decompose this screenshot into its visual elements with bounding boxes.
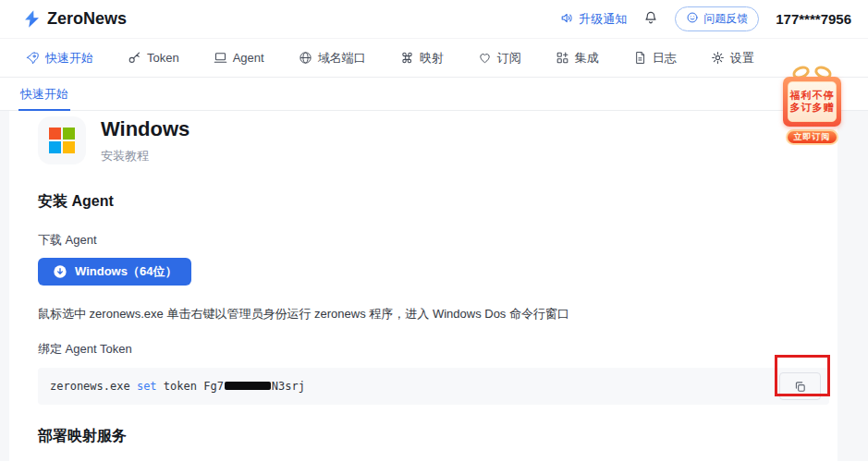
nav-item-integration[interactable]: 集成 bbox=[556, 50, 599, 67]
command-part2: token Fg7 bbox=[157, 380, 224, 393]
content-panel: Windows 安装教程 安装 Agent 下载 Agent Windows（6… bbox=[9, 111, 837, 461]
page-subtitle: 安装教程 bbox=[101, 148, 189, 164]
nav-label: 设置 bbox=[730, 50, 754, 67]
brand-logo[interactable]: ZeroNews bbox=[22, 9, 127, 29]
tab-quickstart[interactable]: 快速开始 bbox=[18, 78, 70, 110]
laptop-icon bbox=[214, 51, 227, 65]
nav-item-logs[interactable]: 日志 bbox=[633, 50, 677, 67]
download-windows-button[interactable]: Windows（64位） bbox=[38, 258, 191, 286]
nav-label: 集成 bbox=[575, 50, 599, 67]
nav-item-domain-port[interactable]: 域名端口 bbox=[299, 50, 366, 67]
bell-icon bbox=[643, 10, 658, 29]
header-actions: 升级通知 问 bbox=[560, 6, 857, 31]
command-keyword: set bbox=[137, 380, 157, 393]
download-circle-icon bbox=[53, 264, 67, 279]
token-redaction-bar bbox=[225, 382, 271, 390]
nav-item-token[interactable]: Token bbox=[128, 51, 179, 65]
key-icon bbox=[128, 51, 141, 65]
globe-icon bbox=[299, 51, 312, 65]
command-suffix: N3srj bbox=[272, 380, 305, 393]
run-instruction-text: 鼠标选中 zeronews.exe 单击右键以管理员身份运行 zeronews … bbox=[38, 306, 829, 322]
promo-gift-badge[interactable]: 福利不停 多订多赠 立即订阅 bbox=[783, 66, 841, 145]
account-phone-number[interactable]: 177****7956 bbox=[776, 11, 857, 27]
nav-item-subscription[interactable]: 订阅 bbox=[478, 50, 521, 67]
nav-label: 订阅 bbox=[497, 50, 521, 67]
main-nav: 快速开始 Token Agent bbox=[0, 39, 868, 78]
nav-item-agent[interactable]: Agent bbox=[214, 51, 264, 65]
tab-label: 快速开始 bbox=[20, 86, 68, 103]
nav-label: Token bbox=[147, 51, 179, 65]
bind-token-label: 绑定 Agent Token bbox=[38, 341, 829, 358]
install-agent-heading: 安装 Agent bbox=[38, 192, 829, 212]
gift-box: 福利不停 多订多赠 bbox=[783, 77, 841, 127]
os-title-block: Windows 安装教程 bbox=[101, 116, 189, 164]
upgrade-notice-label: 升级通知 bbox=[579, 11, 627, 28]
nav-item-mapping[interactable]: 映射 bbox=[400, 50, 444, 67]
speaker-icon bbox=[560, 11, 574, 28]
command-part1: zeronews.exe bbox=[50, 380, 137, 393]
nav-item-settings[interactable]: 设置 bbox=[711, 50, 754, 67]
notifications-button[interactable] bbox=[643, 10, 658, 29]
upgrade-notice-link[interactable]: 升级通知 bbox=[560, 11, 627, 28]
heart-icon bbox=[478, 51, 492, 65]
page-title: Windows bbox=[101, 117, 189, 141]
grid-plus-icon bbox=[556, 51, 569, 65]
page-body: Windows 安装教程 安装 Agent 下载 Agent Windows（6… bbox=[0, 111, 868, 461]
feedback-label: 问题反馈 bbox=[703, 11, 748, 27]
nav-label: 域名端口 bbox=[318, 50, 366, 67]
zeronews-logo-icon bbox=[22, 9, 42, 29]
copy-token-button[interactable] bbox=[779, 372, 821, 400]
os-header: Windows 安装教程 bbox=[38, 116, 829, 164]
tab-bar: 快速开始 bbox=[0, 78, 868, 111]
subscribe-now-button[interactable]: 立即订阅 bbox=[786, 129, 838, 145]
deploy-mapping-heading: 部署映射服务 bbox=[38, 427, 829, 446]
copy-icon bbox=[793, 380, 807, 394]
app-window: ZeroNews 升级通知 bbox=[0, 0, 868, 462]
command-icon bbox=[400, 51, 414, 65]
token-command-text: zeronews.exe set token Fg7N3srj bbox=[38, 380, 305, 393]
nav-label: 映射 bbox=[420, 50, 444, 67]
feedback-button[interactable]: 问题反馈 bbox=[675, 6, 759, 31]
download-button-label: Windows（64位） bbox=[75, 263, 177, 280]
promo-line-1: 福利不停 bbox=[790, 90, 835, 102]
windows-logo-icon bbox=[38, 116, 86, 164]
smiley-icon bbox=[686, 11, 699, 27]
nav-label: 快速开始 bbox=[45, 50, 93, 67]
token-command-block: zeronews.exe set token Fg7N3srj bbox=[38, 368, 829, 405]
gear-icon bbox=[711, 51, 725, 65]
brand-name: ZeroNews bbox=[47, 9, 127, 29]
download-agent-label: 下载 Agent bbox=[38, 232, 829, 249]
nav-label: 日志 bbox=[653, 50, 677, 67]
nav-label: Agent bbox=[233, 51, 264, 65]
rocket-icon bbox=[26, 51, 40, 65]
top-header: ZeroNews 升级通知 bbox=[0, 0, 868, 39]
promo-line-2: 多订多赠 bbox=[790, 102, 835, 114]
nav-item-quickstart[interactable]: 快速开始 bbox=[26, 50, 93, 67]
document-icon bbox=[633, 51, 647, 65]
